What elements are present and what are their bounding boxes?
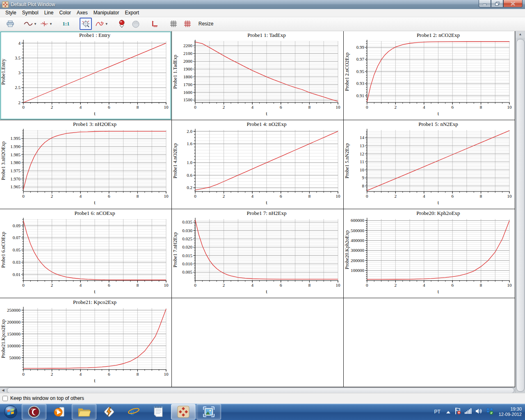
plot-cell-3[interactable]: 0.910.930.950.970.990246810Probe1 2: nCO… bbox=[344, 31, 515, 120]
resize-button[interactable]: Resize bbox=[199, 21, 214, 27]
y-tick-label: 1.970 bbox=[10, 176, 21, 181]
vertical-scroll-thumb[interactable] bbox=[516, 39, 525, 392]
plot-canvas[interactable]: 0.910.930.950.970.990246810Probe1 2: nCO… bbox=[344, 31, 515, 120]
close-button[interactable] bbox=[503, 0, 523, 7]
empty-cell bbox=[172, 298, 344, 387]
hidden-icons-arrow-icon[interactable] bbox=[446, 408, 451, 415]
menu-item-symbol[interactable]: Symbol bbox=[19, 9, 41, 16]
plot-canvas[interactable]: 8910111213140246810Probe1 5: nN2ExptProb… bbox=[344, 120, 515, 209]
plot-canvas[interactable]: 1000002000003000004000005000006000000246… bbox=[344, 209, 515, 298]
taskbar-app-notepad[interactable] bbox=[146, 404, 170, 419]
grid-gray-button[interactable] bbox=[168, 18, 179, 30]
plot-canvas[interactable]: 0.010.030.050.070.090246810Probe1 6: nCO… bbox=[0, 209, 171, 298]
action-center-flag-icon[interactable] bbox=[454, 407, 461, 416]
x-tick-label: 2 bbox=[395, 283, 397, 288]
x-axis-label: t bbox=[94, 378, 96, 383]
x-tick-label: 0 bbox=[366, 283, 368, 288]
y-tick-label: 13 bbox=[360, 143, 364, 148]
y-tick-label: 0.010 bbox=[182, 261, 192, 266]
scroll-left-arrow-icon[interactable]: ◀ bbox=[0, 388, 6, 393]
plot-canvas[interactable]: 1.9651.9701.9751.9801.9851.9901.99502468… bbox=[0, 120, 171, 209]
dropbox-icon[interactable] bbox=[486, 407, 493, 416]
keep-on-top-label: Keep this window on top of others bbox=[10, 395, 84, 401]
drop-marker-button[interactable] bbox=[116, 18, 128, 30]
taskbar-app-comodo-dragon[interactable] bbox=[22, 404, 46, 420]
scroll-up-arrow-icon[interactable]: ▲ bbox=[516, 31, 525, 38]
plot-cell-7[interactable]: 0.010.030.050.070.090246810Probe1 6: nCO… bbox=[0, 209, 172, 298]
horizontal-scrollbar[interactable]: ◀ bbox=[0, 387, 515, 393]
plot-canvas[interactable]: 22.533.540246810Probe1 : EntrytProbe1.En… bbox=[0, 31, 171, 120]
menu-item-color[interactable]: Color bbox=[56, 9, 74, 16]
y-tick-label: 0.035 bbox=[182, 219, 192, 224]
y-axis-label: Probe1.Entry bbox=[0, 59, 6, 85]
x-axis-label: t bbox=[266, 200, 267, 205]
volume-icon[interactable] bbox=[475, 408, 482, 416]
plot-title: Probe1 1: TadExp bbox=[247, 32, 285, 38]
curve-add-button[interactable]: ▼ bbox=[95, 18, 109, 30]
app-icon bbox=[2, 1, 9, 8]
x-axis-label: t bbox=[266, 289, 267, 294]
plot-canvas[interactable]: 500001000001500002000002500000246810Prob… bbox=[0, 298, 171, 387]
menu-item-export[interactable]: Export bbox=[122, 9, 142, 16]
y-tick-label: 500000 bbox=[351, 228, 364, 233]
plot-canvas[interactable]: 150016001700180019002000210022000246810P… bbox=[172, 31, 343, 120]
pan-hand-button[interactable] bbox=[130, 18, 142, 30]
x-tick-label: 8 bbox=[308, 194, 311, 199]
tray-clock[interactable]: 19:30 12-09-2012 bbox=[499, 406, 522, 417]
taskbar-app-winamp[interactable] bbox=[97, 404, 121, 419]
plot-cell-2[interactable]: 150016001700180019002000210022000246810P… bbox=[172, 31, 344, 120]
y-tick-label: 0.015 bbox=[182, 253, 192, 258]
symbol-style-button[interactable]: ▼ bbox=[40, 18, 53, 30]
plot-cell-6[interactable]: 8910111213140246810Probe1 5: nN2ExptProb… bbox=[344, 120, 515, 209]
menu-item-manipulator[interactable]: Manipulator bbox=[91, 9, 122, 16]
vertical-scrollbar[interactable]: ▲ bbox=[515, 31, 525, 393]
symbol-style-dropdown-icon[interactable]: ▼ bbox=[49, 22, 52, 26]
plot-canvas[interactable]: 0.20.61.01.62.00246810Probe1 4: nO2ExptP… bbox=[172, 120, 343, 209]
y-tick-label: 0.97 bbox=[356, 57, 365, 62]
y-tick-label: 100000 bbox=[7, 343, 21, 348]
y-tick-label: 150000 bbox=[7, 331, 21, 336]
zoom-select-button[interactable] bbox=[80, 18, 92, 30]
horizontal-scroll-thumb[interactable] bbox=[7, 388, 514, 393]
axis-ruler-button[interactable] bbox=[149, 18, 160, 30]
y-tick-label: 3 bbox=[18, 70, 21, 75]
plot-cell-8[interactable]: 0.0050.0100.0150.0200.0250.0300.03502468… bbox=[172, 209, 344, 298]
plot-canvas[interactable]: 0.0050.0100.0150.0200.0250.0300.03502468… bbox=[172, 209, 343, 298]
title-bar[interactable]: Default Plot Window bbox=[0, 0, 525, 9]
plot-cell-10[interactable]: 500001000001500002000002500000246810Prob… bbox=[0, 298, 172, 387]
taskbar-app-media-player[interactable] bbox=[47, 404, 71, 419]
y-axis-label: Probe1 5.nN2Exp bbox=[344, 143, 350, 178]
network-signal-icon[interactable] bbox=[465, 408, 472, 415]
x-tick-label: 6 bbox=[108, 283, 110, 288]
start-button[interactable] bbox=[0, 404, 21, 420]
taskbar-app-internet-explorer[interactable]: e bbox=[122, 404, 146, 419]
language-indicator[interactable]: PT bbox=[432, 409, 442, 415]
menu-item-axes[interactable]: Axes bbox=[74, 9, 91, 16]
curve-add-dropdown-icon[interactable]: ▼ bbox=[105, 22, 108, 26]
y-axis-label: Probe1 7.nH2Exp bbox=[172, 232, 178, 267]
y-tick-label: 200000 bbox=[7, 319, 21, 324]
minimize-button[interactable] bbox=[479, 0, 491, 7]
plot-cell-5[interactable]: 0.20.61.01.62.00246810Probe1 4: nO2ExptP… bbox=[172, 120, 344, 209]
line-style-button[interactable]: ▼ bbox=[23, 18, 37, 30]
taskbar-app-plot-application[interactable] bbox=[171, 404, 196, 420]
restore-button[interactable] bbox=[491, 0, 503, 7]
keep-on-top-checkbox[interactable] bbox=[2, 396, 8, 401]
x-tick-label: 2 bbox=[223, 105, 225, 110]
actual-size-button[interactable]: 1:1 bbox=[60, 18, 72, 30]
y-tick-label: 0.01 bbox=[13, 272, 21, 276]
grid-red-button[interactable] bbox=[182, 18, 193, 30]
window-title: Default Plot Window bbox=[11, 2, 55, 7]
y-tick-label: 11 bbox=[360, 159, 364, 164]
plot-cell-1[interactable]: 22.533.540246810Probe1 : EntrytProbe1.En… bbox=[0, 31, 172, 120]
menu-item-style[interactable]: Style bbox=[2, 9, 19, 16]
plot-cell-4[interactable]: 1.9651.9701.9751.9801.9851.9901.99502468… bbox=[0, 120, 172, 209]
plot-cell-9[interactable]: 1000002000003000004000005000006000000246… bbox=[344, 209, 515, 298]
print-button[interactable] bbox=[5, 18, 16, 30]
menu-item-line[interactable]: Line bbox=[41, 9, 57, 16]
x-tick-label: 4 bbox=[251, 283, 253, 288]
taskbar-app-image-viewer[interactable] bbox=[196, 404, 221, 420]
y-tick-label: 0.05 bbox=[13, 247, 21, 252]
line-style-dropdown-icon[interactable]: ▼ bbox=[34, 22, 37, 26]
taskbar-app-windows-explorer[interactable] bbox=[72, 404, 96, 420]
